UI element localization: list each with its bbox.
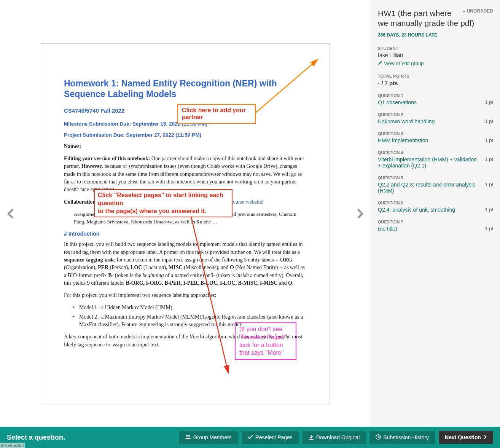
doc-models-intro: For this project, you will implement two… bbox=[64, 292, 307, 299]
clock-icon bbox=[376, 434, 381, 441]
doc-due1: Milestone Submission Due: September 15, … bbox=[64, 120, 307, 128]
doc-names-label: Names: bbox=[64, 143, 307, 150]
student-label: STUDENT bbox=[378, 46, 493, 51]
bottom-action-bar: Select a question. Group Members Reselec… bbox=[0, 427, 500, 448]
next-page-arrow[interactable] bbox=[357, 208, 364, 222]
group-members-button[interactable]: Group Members bbox=[179, 431, 238, 444]
late-badge: 366 DAYS, 23 HOURS LATE bbox=[378, 32, 493, 38]
chevron-right-icon bbox=[483, 434, 487, 440]
doc-title: Homework 1: Named Entity Recognition (NE… bbox=[64, 78, 307, 100]
question-block: QUESTION 2 Unknown word handling 1 pt bbox=[378, 112, 493, 124]
selection-footer-hint: ers selected bbox=[0, 443, 25, 448]
list-item: Model 1 : a Hidden Markov Model (HMM) bbox=[79, 304, 307, 311]
question-title-link[interactable]: Viterbi implementation (HMM) + validatio… bbox=[378, 156, 481, 169]
question-title-link[interactable]: Unknown word handling bbox=[378, 118, 481, 124]
total-points: - / 7 pts bbox=[378, 80, 493, 86]
check-icon bbox=[248, 434, 253, 440]
svg-point-7 bbox=[186, 435, 187, 436]
users-icon bbox=[185, 434, 191, 441]
question-block: QUESTION 6 Q2.4: analysis of unk, smooth… bbox=[378, 201, 493, 213]
doc-collab-paragraph: Collaboration policy: please be sure to … bbox=[64, 198, 307, 206]
pencil-icon bbox=[378, 61, 382, 66]
points-label: TOTAL POINTS bbox=[378, 74, 493, 78]
doc-due2: Project Submission Due: September 27, 20… bbox=[64, 131, 307, 139]
doc-models-list: Model 1 : a Hidden Markov Model (HMM) Mo… bbox=[79, 304, 307, 328]
question-label: QUESTION 4 bbox=[378, 150, 493, 155]
document-page: Homework 1: Named Entity Recognition (NE… bbox=[41, 43, 330, 405]
download-icon bbox=[309, 434, 314, 441]
question-label: QUESTION 3 bbox=[378, 131, 493, 136]
next-question-button[interactable]: Next Question bbox=[439, 431, 493, 444]
download-original-label: Download Original bbox=[316, 434, 360, 440]
question-block: QUESTION 7 (no title) 1 pt bbox=[378, 220, 493, 232]
course-website-link[interactable]: course website bbox=[231, 199, 262, 205]
question-label: QUESTION 7 bbox=[378, 220, 493, 224]
ungraded-badge: UNGRADED bbox=[463, 8, 493, 14]
document-viewport: Homework 1: Named Entity Recognition (NE… bbox=[0, 0, 371, 448]
next-question-label: Next Question bbox=[445, 434, 481, 440]
reselect-pages-button[interactable]: Reselect Pages bbox=[242, 431, 299, 444]
question-label: QUESTION 2 bbox=[378, 112, 493, 117]
download-original-button[interactable]: Download Original bbox=[303, 431, 366, 444]
question-title-link[interactable]: Q2.2 and Q2.3: results and error analysi… bbox=[378, 182, 481, 194]
question-title-link[interactable]: (no title) bbox=[378, 226, 481, 232]
question-points: 1 pt bbox=[485, 182, 493, 187]
question-title-link[interactable]: Q1 observations bbox=[378, 99, 481, 105]
submission-history-label: Submission History bbox=[383, 434, 429, 440]
student-name: fake Lillian bbox=[378, 52, 493, 58]
list-item: Model 2 : a Maximum Entropy Markov Model… bbox=[79, 313, 307, 329]
view-edit-group-link[interactable]: View or edit group bbox=[378, 61, 424, 66]
question-label: QUESTION 6 bbox=[378, 201, 493, 205]
submission-history-button[interactable]: Submission History bbox=[369, 431, 435, 444]
question-points: 1 pt bbox=[485, 207, 493, 212]
group-members-label: Group Members bbox=[193, 434, 232, 440]
question-title-link[interactable]: HMM implementation bbox=[378, 137, 481, 143]
select-question-prompt: Select a question. bbox=[7, 434, 175, 442]
question-points: 1 pt bbox=[485, 156, 493, 162]
question-points: 1 pt bbox=[485, 226, 493, 231]
doc-intro-heading: # Introduction bbox=[64, 230, 307, 238]
question-points: 1 pt bbox=[485, 99, 493, 105]
question-label: QUESTION 5 bbox=[378, 175, 493, 180]
prev-page-arrow[interactable] bbox=[7, 208, 14, 222]
grading-sidebar: UNGRADED HW1 (the part where we manually… bbox=[371, 0, 500, 448]
question-title-link[interactable]: Q2.4: analysis of unk, smoothing bbox=[378, 207, 481, 213]
question-block: QUESTION 5 Q2.2 and Q2.3: results and er… bbox=[378, 175, 493, 194]
doc-editing-paragraph: Editing your version of this notebook: O… bbox=[64, 155, 307, 193]
question-label: QUESTION 1 bbox=[378, 93, 493, 98]
group-link-label: View or edit group bbox=[384, 61, 424, 66]
reselect-pages-label: Reselect Pages bbox=[255, 434, 293, 440]
question-block: QUESTION 1 Q1 observations 1 pt bbox=[378, 93, 493, 105]
doc-authors: Assignment authors & testers: CS 4740/57… bbox=[74, 210, 307, 225]
document-viewer-area: Homework 1: Named Entity Recognition (NE… bbox=[0, 0, 371, 448]
question-block: QUESTION 3 HMM implementation 1 pt bbox=[378, 131, 493, 143]
doc-key-paragraph: A key component of both models is implem… bbox=[64, 333, 307, 349]
question-points: 1 pt bbox=[485, 137, 493, 143]
doc-intro-paragraph: In this project, you will build two sequ… bbox=[64, 241, 307, 287]
question-points: 1 pt bbox=[485, 118, 493, 124]
svg-point-8 bbox=[188, 435, 189, 436]
question-block: QUESTION 4 Viterbi implementation (HMM) … bbox=[378, 150, 493, 169]
doc-course: CS4740/5740 Fall 2022 bbox=[64, 107, 307, 115]
